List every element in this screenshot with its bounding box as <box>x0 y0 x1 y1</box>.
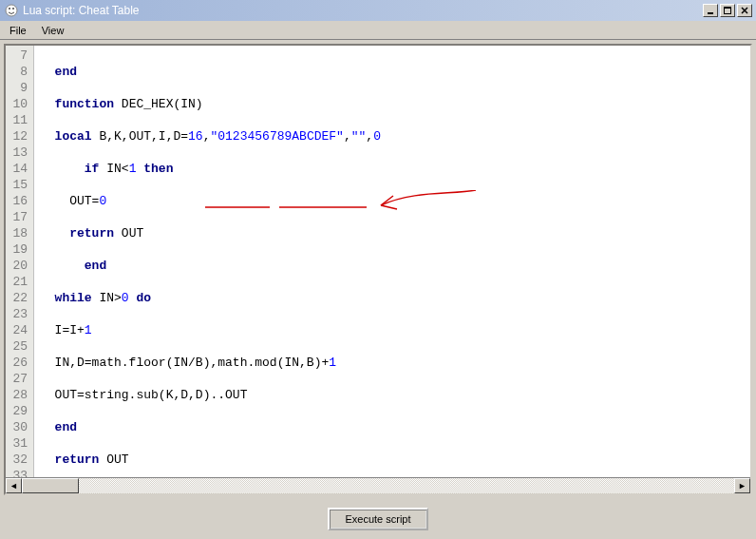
code-editor: 7891011121314151617181920212223242526272… <box>4 44 752 495</box>
svg-point-1 <box>9 8 10 10</box>
line-number: 15 <box>6 177 33 193</box>
menu-file[interactable]: File <box>2 23 34 38</box>
close-button[interactable] <box>737 4 752 17</box>
line-number: 21 <box>6 274 33 290</box>
svg-point-2 <box>12 8 14 10</box>
minimize-button[interactable] <box>703 4 718 17</box>
line-number: 12 <box>6 128 33 144</box>
line-number: 14 <box>6 161 33 177</box>
line-number: 19 <box>6 241 33 258</box>
code-area[interactable]: end function DEC_HEX(IN) local B,K,OUT,I… <box>34 46 750 477</box>
maximize-button[interactable] <box>720 4 735 17</box>
svg-rect-3 <box>708 12 713 14</box>
line-number: 7 <box>6 48 33 64</box>
horizontal-scrollbar[interactable]: ◄ ► <box>6 477 750 493</box>
window-buttons <box>701 4 752 17</box>
line-number: 16 <box>6 193 33 209</box>
bottom-panel: Execute script <box>0 499 756 539</box>
titlebar: Lua script: Cheat Table <box>0 0 756 21</box>
scroll-right-button[interactable]: ► <box>734 478 750 493</box>
line-number: 20 <box>6 258 33 274</box>
line-number: 17 <box>6 209 33 225</box>
line-number: 31 <box>6 435 33 452</box>
line-number: 33 <box>6 468 33 477</box>
line-number: 24 <box>6 322 33 338</box>
line-number: 9 <box>6 80 33 96</box>
line-number: 10 <box>6 96 33 112</box>
editor-body: 7891011121314151617181920212223242526272… <box>6 46 750 477</box>
scroll-left-button[interactable]: ◄ <box>6 478 22 493</box>
line-number: 26 <box>6 355 33 371</box>
svg-rect-5 <box>724 7 731 9</box>
line-number: 13 <box>6 144 33 161</box>
line-number: 18 <box>6 225 33 241</box>
scroll-thumb[interactable] <box>22 478 79 493</box>
line-number: 23 <box>6 306 33 322</box>
line-number: 8 <box>6 64 33 80</box>
line-number: 28 <box>6 387 33 403</box>
scroll-track[interactable] <box>22 478 734 493</box>
menu-view[interactable]: View <box>34 23 72 38</box>
line-number: 22 <box>6 290 33 306</box>
line-number: 30 <box>6 419 33 435</box>
line-number: 32 <box>6 452 33 468</box>
line-number: 27 <box>6 371 33 387</box>
line-number-gutter: 7891011121314151617181920212223242526272… <box>6 46 34 477</box>
svg-point-0 <box>6 5 17 16</box>
line-number: 29 <box>6 403 33 419</box>
execute-script-button[interactable]: Execute script <box>328 508 427 530</box>
menubar: File View <box>0 21 756 40</box>
line-number: 11 <box>6 112 33 128</box>
app-icon <box>4 3 19 18</box>
window-title: Lua script: Cheat Table <box>23 4 701 17</box>
line-number: 25 <box>6 338 33 355</box>
